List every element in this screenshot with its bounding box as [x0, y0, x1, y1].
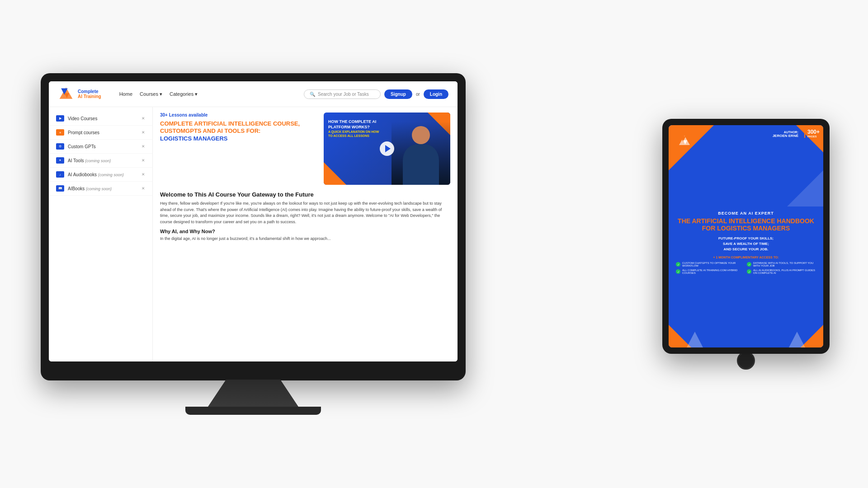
- sidebar-item-ai-audiobooks[interactable]: ♪ AI Audiobooks (coming soon) ✕: [49, 168, 152, 182]
- sidebar-label-prompt-courses: Prompt courses: [68, 130, 99, 135]
- tablet-bottom-deco-small: [687, 332, 703, 347]
- sidebar-item-ai-books[interactable]: 📖 AIBooks (coming soon) ✕: [49, 182, 152, 196]
- site-nav: Complete AI Training Home Courses ▾ Cate…: [49, 81, 458, 107]
- search-icon: 🔍: [310, 92, 315, 97]
- tablet-pages-label: PAGES: [807, 135, 820, 138]
- play-icon: [385, 145, 391, 152]
- tablet-triangle-tl: [669, 125, 714, 170]
- check-icon-2: ✓: [747, 262, 751, 267]
- hero-title: COMPLETE ARTIFICIAL INTELLIGENCE COURSE,…: [160, 120, 315, 142]
- sidebar-item-custom-gpts[interactable]: ⚙ Custom GPTs ✕: [49, 140, 152, 154]
- sidebar: ▶ Video Courses ✕ ≡ Prompt co: [49, 107, 153, 361]
- video-triangle-bl: [324, 162, 346, 185]
- tablet-feature-3: ✓ ALL COMPLETE AI TRAINING.COM HYBRID CO…: [676, 269, 745, 274]
- tablet-author-name: JEROEN ERNÉ: [773, 134, 798, 138]
- hero-title-blue: LOGISTICS MANAGERS: [160, 135, 228, 142]
- check-icon-3: ✓: [676, 269, 680, 274]
- scene: Complete AI Training Home Courses ▾ Cate…: [0, 0, 868, 488]
- sidebar-close-prompt[interactable]: ✕: [142, 130, 145, 135]
- tablet-book-title: THE ARTIFICIAL INTELLIGENCE HANDBOOK FOR…: [676, 217, 816, 233]
- hero-text: 30+ Lessons available COMPLETE ARTIFICIA…: [160, 113, 315, 185]
- video-text-overlay: HOW THE COMPLETE AI PLATFORM WORKS? A QU…: [328, 119, 382, 138]
- monitor-screen: Complete AI Training Home Courses ▾ Cate…: [49, 81, 458, 361]
- tablet-subtitle: FUTURE-PROOF YOUR SKILLS;SAVE A WEALTH O…: [718, 236, 774, 252]
- tablet-pages: 300+ PAGES: [804, 129, 820, 138]
- play-button[interactable]: [380, 141, 394, 156]
- ai-audiobooks-icon: ♪: [56, 171, 64, 178]
- tablet-logo: [678, 134, 691, 148]
- sidebar-close-video[interactable]: ✕: [142, 116, 145, 121]
- sidebar-close-ai-tools[interactable]: ✕: [142, 158, 145, 163]
- site-body: ▶ Video Courses ✕ ≡ Prompt co: [49, 107, 458, 361]
- tablet-bottom-deco: [669, 325, 823, 347]
- monitor: Complete AI Training Home Courses ▾ Cate…: [36, 73, 470, 415]
- tablet-access-badge: + 1 MONTH COMPLIMENTARY ACCESS TO:: [713, 256, 778, 259]
- tablet-feature-4: ✓ ALL AI AUDIOBOOKS, PLUS AI PROMPT GUID…: [747, 269, 816, 274]
- tablet-feature-label-4: ALL AI AUDIOBOOKS, PLUS AI PROMPT GUIDES…: [753, 269, 816, 274]
- hero-video[interactable]: HOW THE COMPLETE AI PLATFORM WORKS? A QU…: [324, 113, 450, 185]
- hero-title-orange: COMPLETE ARTIFICIAL INTELLIGENCE COURSE,…: [160, 120, 300, 134]
- ai-tools-icon: ✦: [56, 157, 64, 164]
- tablet-feature-2: ✓ DATABASE WITH AI TOOLS, TO SUPPORT YOU…: [747, 262, 816, 267]
- person-image: [392, 122, 450, 185]
- nav-search: 🔍 Search your Job or Tasks Signup or Log…: [304, 89, 448, 99]
- video-sub: A QUICK EXPLANATION ON HOW TO ACCESS ALL…: [328, 130, 382, 138]
- logo-text: Complete AI Training: [78, 89, 101, 99]
- chevron-down-icon: ▾: [195, 91, 198, 97]
- tablet-features: ✓ CUSTOM CHATGPTS TO OPTIMIZE YOUR WORKF…: [676, 262, 816, 274]
- tablet-deco-triangle: [787, 170, 823, 206]
- monitor-stand: [208, 380, 298, 407]
- content-heading1: Welcome to This AI Course Your Gateway t…: [160, 191, 450, 198]
- monitor-body: Complete AI Training Home Courses ▾ Cate…: [41, 73, 466, 380]
- chevron-down-icon: ▾: [160, 91, 162, 97]
- content-para2: In the digital age, AI is no longer just…: [160, 236, 450, 242]
- tablet-screen: AUTHOR: JEROEN ERNÉ 300+ PAGES BECOME AN…: [669, 125, 823, 347]
- sidebar-label-video-courses: Video Courses: [68, 116, 97, 121]
- signup-button[interactable]: Signup: [384, 89, 412, 99]
- logo-icon: [58, 86, 74, 102]
- tablet-bottom-deco-small-r: [789, 332, 805, 347]
- tablet-pages-count: 300+: [807, 129, 820, 135]
- login-button[interactable]: Login: [424, 89, 448, 99]
- tablet-feature-label-2: DATABASE WITH AI TOOLS, TO SUPPORT YOU W…: [753, 262, 816, 267]
- video-background: HOW THE COMPLETE AI PLATFORM WORKS? A QU…: [324, 113, 450, 185]
- sidebar-label-ai-tools: AI Tools (coming soon): [68, 158, 111, 163]
- video-courses-icon: ▶: [56, 115, 64, 122]
- prompt-courses-icon: ≡: [56, 129, 64, 136]
- sidebar-item-video-courses[interactable]: ▶ Video Courses ✕: [49, 112, 152, 126]
- search-box[interactable]: 🔍 Search your Job or Tasks: [304, 89, 381, 99]
- nav-links: Home Courses ▾ Categories ▾: [119, 91, 198, 97]
- hero-section: 30+ Lessons available COMPLETE ARTIFICIA…: [160, 113, 450, 185]
- sidebar-item-ai-tools[interactable]: ✦ AI Tools (coming soon) ✕: [49, 154, 152, 168]
- tablet-home-button[interactable]: [737, 352, 755, 370]
- logo[interactable]: Complete AI Training: [58, 86, 101, 102]
- lessons-badge: 30+ Lessons available: [160, 113, 315, 117]
- sidebar-label-custom-gpts: Custom GPTs: [68, 144, 96, 149]
- tablet-author-label: AUTHOR:: [773, 131, 798, 134]
- ai-books-icon: 📖: [56, 185, 64, 192]
- content-para1: Hey there, fellow web developer! If you'…: [160, 201, 450, 225]
- or-text: or: [416, 92, 420, 97]
- main-content: 30+ Lessons available COMPLETE ARTIFICIA…: [153, 107, 458, 361]
- tablet-body: AUTHOR: JEROEN ERNÉ 300+ PAGES BECOME AN…: [662, 119, 830, 354]
- nav-categories[interactable]: Categories ▾: [170, 91, 198, 97]
- tablet-feature-label-1: CUSTOM CHATGPTS TO OPTIMIZE YOUR WORKFLO…: [682, 262, 745, 267]
- check-icon-1: ✓: [676, 262, 680, 267]
- tablet-become-expert: BECOME AN AI EXPERT: [718, 211, 774, 216]
- sidebar-close-custom-gpts[interactable]: ✕: [142, 144, 145, 149]
- tablet: AUTHOR: JEROEN ERNÉ 300+ PAGES BECOME AN…: [660, 119, 832, 370]
- tablet-author-info: AUTHOR: JEROEN ERNÉ: [773, 131, 798, 138]
- search-placeholder: Search your Job or Tasks: [318, 92, 369, 97]
- content-heading2: Why AI, and Why Now?: [160, 229, 450, 234]
- nav-courses[interactable]: Courses ▾: [140, 91, 162, 97]
- custom-gpts-icon: ⚙: [56, 143, 64, 150]
- tablet-logo-icon: [678, 134, 691, 148]
- monitor-base: [185, 407, 321, 415]
- sidebar-close-books[interactable]: ✕: [142, 186, 145, 191]
- tablet-top: AUTHOR: JEROEN ERNÉ 300+ PAGES: [669, 125, 823, 206]
- video-title: HOW THE COMPLETE AI PLATFORM WORKS?: [328, 119, 382, 130]
- sidebar-label-ai-audiobooks: AI Audiobooks (coming soon): [68, 172, 124, 177]
- sidebar-item-prompt-courses[interactable]: ≡ Prompt courses ✕: [49, 126, 152, 140]
- sidebar-close-audiobooks[interactable]: ✕: [142, 172, 145, 177]
- nav-home[interactable]: Home: [119, 91, 132, 97]
